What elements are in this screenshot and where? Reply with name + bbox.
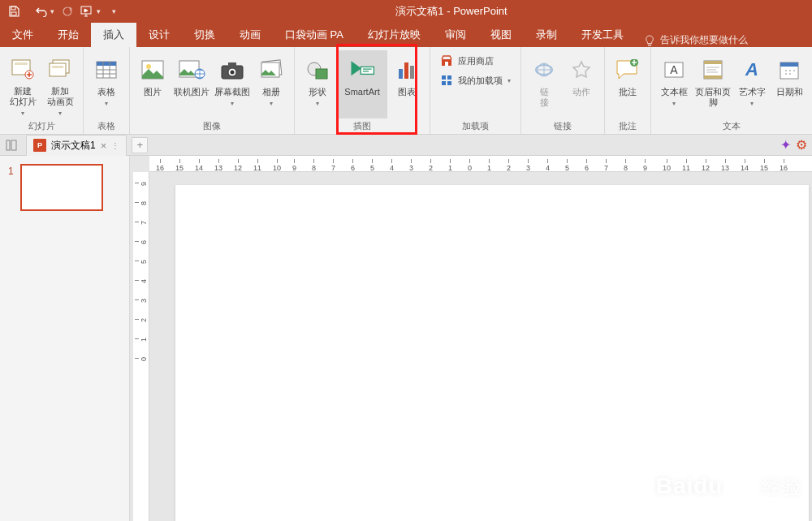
wordart-button[interactable]: A 艺术字▾ (734, 50, 770, 118)
header-footer-button[interactable]: 页眉和页脚 (693, 50, 732, 118)
pictures-button[interactable]: 图片 (135, 50, 171, 118)
tab-design[interactable]: 设计 (136, 23, 182, 47)
comment-icon (613, 55, 642, 84)
document-tab[interactable]: P 演示文稿1 × ⋮ (26, 135, 127, 156)
slide-edit-area: 1615141312111098765432101234567891011121… (130, 156, 812, 521)
svg-rect-24 (399, 69, 403, 79)
smartart-button[interactable]: SmartArt (337, 50, 387, 118)
hyperlink-button[interactable]: 链 接 (526, 50, 562, 118)
chart-button[interactable]: 图表 (389, 50, 425, 118)
svg-rect-27 (445, 62, 448, 66)
textbox-icon: A (659, 55, 689, 84)
action-button[interactable]: 动作 (564, 50, 599, 118)
svg-rect-23 (361, 67, 374, 74)
thumbnails-toggle[interactable] (3, 137, 19, 153)
pictures-icon (138, 55, 167, 84)
tab-view[interactable]: 视图 (478, 23, 524, 47)
new-anim-page-icon (45, 55, 75, 84)
svg-rect-31 (447, 81, 451, 85)
quick-access-toolbar: ▾ ▾ ▾ (0, 2, 123, 21)
tell-me-search[interactable]: 告诉我你想要做什么 (636, 33, 756, 47)
slide-thumbnail-1[interactable]: 1 (0, 164, 129, 211)
tab-record[interactable]: 录制 (524, 23, 569, 47)
addins-icon (440, 74, 453, 87)
group-comments: 批注 批注 (605, 47, 651, 134)
watermark: Baidu 经验 jingyan.baidu.com (656, 473, 802, 511)
screenshot-icon (218, 55, 247, 84)
group-addins: 应用商店 我的加载项 ▾ 加载项 (430, 47, 521, 134)
svg-rect-43 (6, 140, 10, 150)
svg-rect-22 (316, 69, 327, 79)
group-illustrations: 形状▾ SmartArt 图表 插图 (295, 47, 430, 134)
vertical-ruler: 9876543210 (133, 172, 149, 521)
new-tab-button[interactable]: + (132, 137, 148, 153)
svg-rect-10 (97, 62, 116, 66)
header-footer-icon (698, 55, 728, 84)
tab-menu-icon[interactable]: ⋮ (111, 141, 119, 150)
smartart-icon (348, 55, 377, 84)
document-tab-title: 演示文稿1 (51, 139, 96, 153)
powerpoint-icon: P (33, 139, 46, 152)
online-pictures-button[interactable]: 联机图片 (172, 50, 211, 118)
tab-pocket-animation[interactable]: 口袋动画 PA (273, 23, 356, 47)
tab-file[interactable]: 文件 (0, 23, 45, 47)
svg-rect-39 (704, 75, 722, 79)
shapes-icon (303, 55, 332, 84)
tab-developer[interactable]: 开发工具 (569, 23, 636, 47)
tab-home[interactable]: 开始 (45, 23, 91, 47)
new-slide-button[interactable]: 新建 幻灯片▾ (5, 50, 41, 118)
save-icon (8, 6, 19, 17)
undo-dropdown[interactable]: ▾ (50, 7, 54, 15)
group-images: 图片 联机图片 屏幕截图▾ 相册▾ 图像 (130, 47, 295, 134)
shapes-button[interactable]: 形状▾ (300, 50, 335, 118)
svg-rect-42 (780, 62, 798, 67)
qat-customize[interactable]: ▾ (102, 2, 123, 21)
settings-icon[interactable]: ⚙ (796, 137, 807, 153)
slideshow-dropdown[interactable]: ▾ (97, 7, 101, 15)
svg-rect-16 (228, 62, 236, 67)
svg-point-18 (231, 71, 235, 75)
svg-rect-44 (11, 140, 16, 150)
date-time-icon (775, 55, 804, 84)
table-button[interactable]: 表格▾ (89, 50, 124, 118)
date-time-button[interactable]: 日期和 (771, 50, 807, 118)
photo-album-button[interactable]: 相册▾ (253, 50, 289, 118)
svg-rect-26 (410, 66, 414, 79)
editor-area: 1 16151413121110987654321012345678910111… (0, 156, 812, 521)
app-store-button[interactable]: 应用商店 (435, 52, 516, 70)
photo-album-icon (257, 55, 286, 84)
tab-slideshow[interactable]: 幻灯片放映 (356, 23, 433, 47)
screenshot-button[interactable]: 屏幕截图▾ (213, 50, 252, 118)
svg-rect-0 (11, 6, 15, 10)
tab-review[interactable]: 审阅 (433, 23, 478, 47)
group-links: 链 接 动作 链接 (521, 47, 605, 134)
textbox-button[interactable]: A 文本框▾ (656, 50, 692, 118)
comment-button[interactable]: 批注 (610, 50, 646, 118)
start-slideshow-button[interactable]: ▾ (80, 2, 101, 21)
tab-transitions[interactable]: 切换 (182, 23, 227, 47)
favorite-icon[interactable]: ✦ (780, 137, 791, 153)
chart-icon (392, 55, 421, 84)
new-slide-icon (8, 55, 37, 84)
redo-button[interactable] (57, 2, 78, 21)
tab-insert[interactable]: 插入 (91, 23, 136, 47)
hyperlink-icon (529, 55, 559, 84)
ribbon: 新建 幻灯片▾ 新加 动画页▾ 幻灯片 表格▾ 表格 图片 (0, 47, 812, 135)
store-icon (440, 54, 453, 67)
close-tab-button[interactable]: × (101, 140, 107, 152)
slide-canvas[interactable] (175, 185, 809, 521)
online-pictures-icon (177, 55, 206, 84)
svg-rect-7 (50, 63, 66, 76)
tab-animations[interactable]: 动画 (227, 23, 273, 47)
svg-rect-25 (404, 62, 408, 79)
new-anim-page-button[interactable]: 新加 动画页▾ (42, 50, 78, 118)
svg-rect-30 (442, 81, 446, 85)
group-text: A 文本框▾ 页眉和页脚 A 艺术字▾ 日期和 文本 (651, 47, 812, 134)
window-title: 演示文稿1 - PowerPoint (123, 4, 780, 19)
my-addins-button[interactable]: 我的加载项 ▾ (435, 71, 516, 89)
redo-icon (62, 6, 73, 17)
action-icon (567, 55, 596, 84)
save-button[interactable] (3, 2, 24, 21)
svg-point-12 (146, 64, 151, 69)
undo-button[interactable]: ▾ (34, 2, 55, 21)
